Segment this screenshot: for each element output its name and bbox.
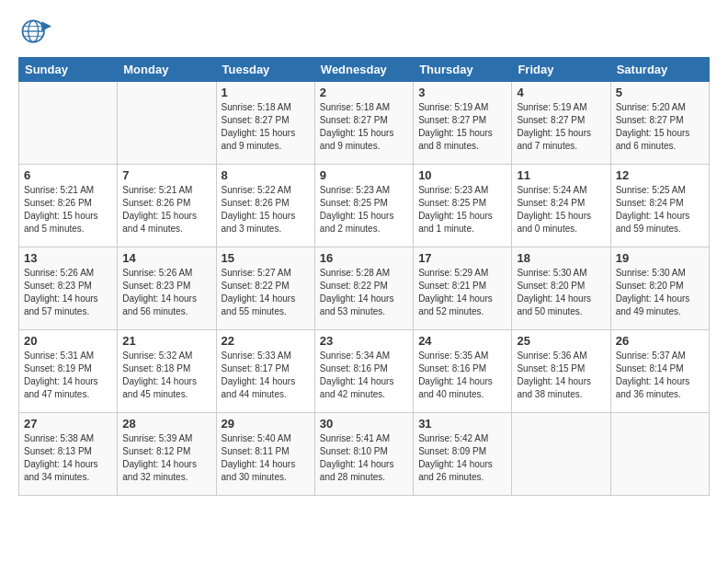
day-info: Sunrise: 5:26 AM Sunset: 8:23 PM Dayligh… bbox=[24, 267, 112, 318]
day-number: 5 bbox=[616, 86, 704, 99]
day-info: Sunrise: 5:21 AM Sunset: 8:26 PM Dayligh… bbox=[24, 184, 112, 236]
day-number: 25 bbox=[517, 334, 605, 348]
calendar-cell: 4Sunrise: 5:19 AM Sunset: 8:27 PM Daylig… bbox=[512, 82, 610, 165]
day-number: 22 bbox=[222, 334, 310, 348]
calendar-cell: 2Sunrise: 5:18 AM Sunset: 8:27 PM Daylig… bbox=[314, 82, 413, 165]
day-number: 12 bbox=[616, 168, 704, 182]
day-info: Sunrise: 5:19 AM Sunset: 8:27 PM Dayligh… bbox=[418, 101, 506, 153]
day-number: 15 bbox=[222, 251, 310, 265]
weekday-header-cell: Thursday bbox=[414, 58, 512, 82]
day-number: 8 bbox=[222, 168, 310, 182]
weekday-header-cell: Saturday bbox=[610, 58, 709, 82]
day-number: 29 bbox=[222, 417, 310, 431]
day-info: Sunrise: 5:35 AM Sunset: 8:16 PM Dayligh… bbox=[418, 350, 506, 401]
calendar-cell: 21Sunrise: 5:32 AM Sunset: 8:18 PM Dayli… bbox=[118, 330, 216, 413]
day-number: 4 bbox=[517, 86, 605, 99]
day-number: 13 bbox=[24, 251, 112, 265]
day-number: 27 bbox=[24, 417, 112, 431]
day-number: 18 bbox=[517, 251, 605, 265]
day-number: 26 bbox=[616, 334, 704, 348]
calendar-cell bbox=[512, 413, 610, 496]
day-info: Sunrise: 5:38 AM Sunset: 8:13 PM Dayligh… bbox=[24, 432, 112, 484]
calendar-cell: 29Sunrise: 5:40 AM Sunset: 8:11 PM Dayli… bbox=[216, 413, 314, 496]
calendar-cell: 31Sunrise: 5:42 AM Sunset: 8:09 PM Dayli… bbox=[414, 413, 512, 496]
calendar-week-row: 1Sunrise: 5:18 AM Sunset: 8:27 PM Daylig… bbox=[19, 82, 710, 165]
calendar-body: 1Sunrise: 5:18 AM Sunset: 8:27 PM Daylig… bbox=[19, 82, 710, 496]
weekday-header-cell: Friday bbox=[512, 58, 610, 82]
calendar-cell bbox=[610, 413, 709, 496]
calendar-week-row: 20Sunrise: 5:31 AM Sunset: 8:19 PM Dayli… bbox=[19, 330, 710, 413]
day-info: Sunrise: 5:32 AM Sunset: 8:18 PM Dayligh… bbox=[122, 350, 210, 401]
day-info: Sunrise: 5:40 AM Sunset: 8:11 PM Dayligh… bbox=[222, 432, 310, 484]
calendar-week-row: 27Sunrise: 5:38 AM Sunset: 8:13 PM Dayli… bbox=[19, 413, 710, 496]
day-number: 7 bbox=[122, 168, 210, 182]
calendar-week-row: 6Sunrise: 5:21 AM Sunset: 8:26 PM Daylig… bbox=[19, 165, 710, 247]
weekday-header-cell: Wednesday bbox=[314, 58, 413, 82]
day-info: Sunrise: 5:23 AM Sunset: 8:25 PM Dayligh… bbox=[418, 184, 506, 236]
calendar-cell: 15Sunrise: 5:27 AM Sunset: 8:22 PM Dayli… bbox=[216, 247, 314, 330]
day-info: Sunrise: 5:24 AM Sunset: 8:24 PM Dayligh… bbox=[517, 184, 605, 236]
calendar-cell: 17Sunrise: 5:29 AM Sunset: 8:21 PM Dayli… bbox=[414, 247, 512, 330]
day-info: Sunrise: 5:28 AM Sunset: 8:22 PM Dayligh… bbox=[320, 267, 408, 318]
day-info: Sunrise: 5:27 AM Sunset: 8:22 PM Dayligh… bbox=[222, 267, 310, 318]
day-info: Sunrise: 5:21 AM Sunset: 8:26 PM Dayligh… bbox=[122, 184, 210, 236]
day-number: 11 bbox=[517, 168, 605, 182]
day-number: 16 bbox=[320, 251, 408, 265]
calendar-cell: 23Sunrise: 5:34 AM Sunset: 8:16 PM Dayli… bbox=[314, 330, 413, 413]
day-info: Sunrise: 5:20 AM Sunset: 8:27 PM Dayligh… bbox=[616, 101, 704, 153]
calendar-week-row: 13Sunrise: 5:26 AM Sunset: 8:23 PM Dayli… bbox=[19, 247, 710, 330]
calendar-cell bbox=[19, 82, 118, 165]
calendar-cell: 11Sunrise: 5:24 AM Sunset: 8:24 PM Dayli… bbox=[512, 165, 610, 247]
calendar-cell: 14Sunrise: 5:26 AM Sunset: 8:23 PM Dayli… bbox=[118, 247, 216, 330]
day-number: 21 bbox=[122, 334, 210, 348]
page-header bbox=[18, 15, 710, 48]
calendar-cell: 10Sunrise: 5:23 AM Sunset: 8:25 PM Dayli… bbox=[414, 165, 512, 247]
calendar-cell: 7Sunrise: 5:21 AM Sunset: 8:26 PM Daylig… bbox=[118, 165, 216, 247]
day-info: Sunrise: 5:18 AM Sunset: 8:27 PM Dayligh… bbox=[320, 101, 408, 153]
day-number: 1 bbox=[222, 86, 310, 99]
calendar-cell: 19Sunrise: 5:30 AM Sunset: 8:20 PM Dayli… bbox=[610, 247, 709, 330]
calendar-cell: 27Sunrise: 5:38 AM Sunset: 8:13 PM Dayli… bbox=[19, 413, 118, 496]
day-number: 30 bbox=[320, 417, 408, 431]
day-info: Sunrise: 5:25 AM Sunset: 8:24 PM Dayligh… bbox=[616, 184, 704, 236]
calendar-cell: 24Sunrise: 5:35 AM Sunset: 8:16 PM Dayli… bbox=[414, 330, 512, 413]
day-info: Sunrise: 5:34 AM Sunset: 8:16 PM Dayligh… bbox=[320, 350, 408, 401]
day-info: Sunrise: 5:42 AM Sunset: 8:09 PM Dayligh… bbox=[418, 432, 506, 484]
logo-icon bbox=[18, 15, 51, 48]
weekday-header-cell: Tuesday bbox=[216, 58, 314, 82]
calendar-cell: 8Sunrise: 5:22 AM Sunset: 8:26 PM Daylig… bbox=[216, 165, 314, 247]
weekday-header-row: SundayMondayTuesdayWednesdayThursdayFrid… bbox=[19, 58, 710, 82]
calendar-cell: 20Sunrise: 5:31 AM Sunset: 8:19 PM Dayli… bbox=[19, 330, 118, 413]
calendar-cell: 6Sunrise: 5:21 AM Sunset: 8:26 PM Daylig… bbox=[19, 165, 118, 247]
day-info: Sunrise: 5:31 AM Sunset: 8:19 PM Dayligh… bbox=[24, 350, 112, 401]
day-number: 3 bbox=[418, 86, 506, 99]
calendar-cell: 18Sunrise: 5:30 AM Sunset: 8:20 PM Dayli… bbox=[512, 247, 610, 330]
day-number: 2 bbox=[320, 86, 408, 99]
calendar-cell: 3Sunrise: 5:19 AM Sunset: 8:27 PM Daylig… bbox=[414, 82, 512, 165]
day-info: Sunrise: 5:29 AM Sunset: 8:21 PM Dayligh… bbox=[418, 267, 506, 318]
calendar-cell: 26Sunrise: 5:37 AM Sunset: 8:14 PM Dayli… bbox=[610, 330, 709, 413]
day-number: 6 bbox=[24, 168, 112, 182]
day-number: 23 bbox=[320, 334, 408, 348]
day-info: Sunrise: 5:19 AM Sunset: 8:27 PM Dayligh… bbox=[517, 101, 605, 153]
day-info: Sunrise: 5:36 AM Sunset: 8:15 PM Dayligh… bbox=[517, 350, 605, 401]
day-info: Sunrise: 5:37 AM Sunset: 8:14 PM Dayligh… bbox=[616, 350, 704, 401]
calendar-cell: 28Sunrise: 5:39 AM Sunset: 8:12 PM Dayli… bbox=[118, 413, 216, 496]
day-number: 19 bbox=[616, 251, 704, 265]
calendar-cell: 25Sunrise: 5:36 AM Sunset: 8:15 PM Dayli… bbox=[512, 330, 610, 413]
weekday-header-cell: Sunday bbox=[19, 58, 118, 82]
calendar-cell: 22Sunrise: 5:33 AM Sunset: 8:17 PM Dayli… bbox=[216, 330, 314, 413]
day-info: Sunrise: 5:33 AM Sunset: 8:17 PM Dayligh… bbox=[222, 350, 310, 401]
day-number: 31 bbox=[418, 417, 506, 431]
calendar-cell bbox=[118, 82, 216, 165]
day-number: 20 bbox=[24, 334, 112, 348]
calendar-table: SundayMondayTuesdayWednesdayThursdayFrid… bbox=[18, 57, 710, 496]
calendar-cell: 30Sunrise: 5:41 AM Sunset: 8:10 PM Dayli… bbox=[314, 413, 413, 496]
day-info: Sunrise: 5:18 AM Sunset: 8:27 PM Dayligh… bbox=[222, 101, 310, 153]
logo bbox=[18, 15, 55, 48]
weekday-header-cell: Monday bbox=[118, 58, 216, 82]
day-number: 9 bbox=[320, 168, 408, 182]
day-info: Sunrise: 5:26 AM Sunset: 8:23 PM Dayligh… bbox=[122, 267, 210, 318]
calendar-cell: 13Sunrise: 5:26 AM Sunset: 8:23 PM Dayli… bbox=[19, 247, 118, 330]
day-number: 17 bbox=[418, 251, 506, 265]
